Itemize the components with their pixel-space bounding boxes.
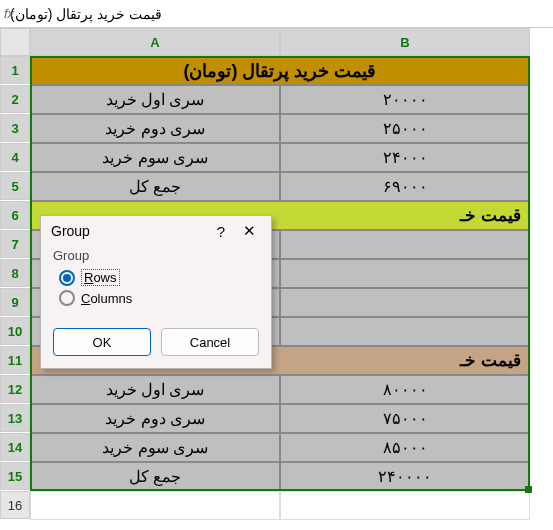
- cell[interactable]: ۸۰۰۰۰: [280, 375, 530, 404]
- row-header[interactable]: 8: [0, 259, 30, 287]
- row-header[interactable]: 7: [0, 230, 30, 258]
- cell[interactable]: سری دوم خرید: [30, 404, 280, 433]
- cell[interactable]: ۲۴۰۰۰۰: [280, 462, 530, 491]
- cell[interactable]: [280, 288, 530, 317]
- row-header[interactable]: 13: [0, 404, 30, 432]
- row-header[interactable]: 10: [0, 317, 30, 345]
- cell[interactable]: ۲۵۰۰۰: [280, 114, 530, 143]
- cancel-button[interactable]: Cancel: [161, 328, 259, 356]
- cell[interactable]: [280, 230, 530, 259]
- row-header[interactable]: 3: [0, 114, 30, 142]
- row-header[interactable]: 5: [0, 172, 30, 200]
- radio-rows-label: Rows: [81, 269, 120, 286]
- radio-columns[interactable]: Columns: [59, 290, 259, 306]
- row-header[interactable]: 9: [0, 288, 30, 316]
- group-label: Group: [53, 248, 259, 263]
- cell[interactable]: جمع کل: [30, 462, 280, 491]
- row-header[interactable]: 14: [0, 433, 30, 461]
- cell[interactable]: سری اول خرید: [30, 85, 280, 114]
- select-all-corner[interactable]: [0, 28, 30, 56]
- cell[interactable]: [30, 491, 280, 520]
- dialog-titlebar[interactable]: Group ? ✕: [41, 216, 271, 244]
- cell[interactable]: قیمت خرید پرتقال (تومان): [30, 56, 530, 85]
- dialog-title: Group: [51, 223, 207, 239]
- radio-rows[interactable]: Rows: [59, 269, 259, 286]
- row-header[interactable]: 11: [0, 346, 30, 374]
- cell[interactable]: ۶۹۰۰۰: [280, 172, 530, 201]
- radio-columns-icon: [59, 290, 75, 306]
- group-dialog: Group ? ✕ Group Rows Columns OK Cancel: [40, 215, 272, 369]
- fx-icon[interactable]: fx: [4, 6, 14, 21]
- row-header[interactable]: 16: [0, 491, 30, 519]
- radio-rows-icon: [59, 270, 75, 286]
- cell[interactable]: سری دوم خرید: [30, 114, 280, 143]
- cell[interactable]: [280, 259, 530, 288]
- cell[interactable]: ۲۴۰۰۰: [280, 143, 530, 172]
- cell[interactable]: ۷۵۰۰۰: [280, 404, 530, 433]
- cell[interactable]: ۸۵۰۰۰: [280, 433, 530, 462]
- ok-button[interactable]: OK: [53, 328, 151, 356]
- row-header[interactable]: 6: [0, 201, 30, 229]
- cell[interactable]: جمع کل: [30, 172, 280, 201]
- close-icon[interactable]: ✕: [235, 222, 263, 240]
- cell[interactable]: [280, 491, 530, 520]
- cell[interactable]: سری سوم خرید: [30, 143, 280, 172]
- col-header-a[interactable]: A: [30, 28, 280, 56]
- row-header[interactable]: 12: [0, 375, 30, 403]
- row-header[interactable]: 4: [0, 143, 30, 171]
- row-header[interactable]: 1: [0, 56, 30, 84]
- formula-bar: fx قیمت خرید پرتقال (تومان): [0, 0, 553, 28]
- col-header-b[interactable]: B: [280, 28, 530, 56]
- cell[interactable]: ۲۰۰۰۰: [280, 85, 530, 114]
- cell[interactable]: سری سوم خرید: [30, 433, 280, 462]
- radio-columns-label: Columns: [81, 291, 132, 306]
- cell[interactable]: [280, 317, 530, 346]
- row-header[interactable]: 15: [0, 462, 30, 490]
- cell[interactable]: سری اول خرید: [30, 375, 280, 404]
- help-icon[interactable]: ?: [207, 223, 235, 240]
- formula-bar-value[interactable]: قیمت خرید پرتقال (تومان): [10, 6, 162, 22]
- row-header[interactable]: 2: [0, 85, 30, 113]
